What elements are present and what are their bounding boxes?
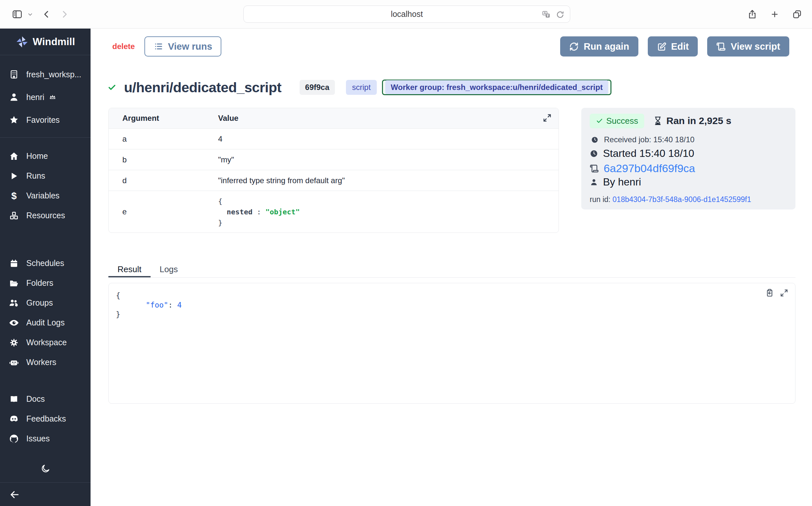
script-hash-badge[interactable]: 69f9ca [300, 80, 335, 95]
sidebar-item-workspace-switcher[interactable]: fresh_worksp... [0, 63, 91, 86]
brace-open: { [218, 197, 222, 205]
nav-label: Home [26, 151, 48, 161]
sidebar-item-schedules[interactable]: Schedules [0, 253, 91, 273]
success-check-icon [108, 83, 116, 92]
tab-logs[interactable]: Logs [150, 262, 187, 277]
edit-icon [657, 42, 666, 51]
object-key: nested [227, 208, 252, 216]
arg-value: "inferred type string from default arg" [218, 176, 345, 185]
result-panel: { "foo": 4 } [108, 283, 796, 404]
reload-icon[interactable] [555, 10, 565, 19]
folder-open-icon [9, 278, 19, 288]
object-value: "object" [266, 208, 300, 216]
new-tab-icon[interactable] [770, 9, 780, 19]
share-icon[interactable] [747, 9, 757, 19]
sidebar-toggle-icon[interactable] [12, 9, 23, 20]
nav-label: Runs [26, 171, 45, 181]
sidebar-item-home[interactable]: Home [0, 146, 91, 166]
object-colon: : [257, 208, 261, 216]
back-icon[interactable] [41, 9, 51, 19]
json-value: 4 [177, 301, 182, 309]
sidebar-item-runs[interactable]: Runs [0, 166, 91, 186]
sidebar-item-audit-logs[interactable]: Audit Logs [0, 313, 91, 333]
json-brace-close: } [116, 310, 120, 319]
view-runs-label: View runs [168, 41, 212, 52]
edit-button[interactable]: Edit [648, 36, 698, 57]
nav-label: Audit Logs [26, 318, 65, 327]
discord-icon [9, 414, 19, 424]
book-icon [9, 394, 19, 404]
sidebar-item-workers[interactable]: Workers [0, 352, 91, 372]
refresh-icon [569, 42, 579, 51]
calendar-icon [9, 258, 19, 268]
nav-label: Folders [26, 278, 53, 288]
sidebar-item-docs[interactable]: Docs [0, 389, 91, 409]
sidebar-item-groups[interactable]: Groups [0, 293, 91, 313]
arg-value: 4 [218, 135, 222, 144]
sidebar-item-variables[interactable]: $ Variables [0, 186, 91, 205]
favorites-label: Favorites [26, 115, 60, 125]
windmill-logo[interactable]: Windmill [0, 28, 91, 55]
chevron-down-icon[interactable] [27, 11, 33, 17]
job-hash-link[interactable]: 6a297b04df69f9ca [604, 162, 695, 175]
view-runs-button[interactable]: View runs [144, 36, 221, 57]
tab-result[interactable]: Result [108, 262, 150, 277]
table-row: a 4 [109, 129, 559, 149]
view-script-button[interactable]: View script [707, 36, 789, 57]
forward-icon [60, 9, 70, 19]
duration: Ran in 2,925 s [653, 115, 731, 126]
user-name: henri [26, 93, 44, 102]
worker-group-box: Worker group: fresh_workspace:u/henri/de… [382, 80, 611, 95]
json-brace-open: { [116, 291, 120, 300]
arg-name: b [109, 155, 218, 164]
sidebar-item-resources[interactable]: Resources [0, 205, 91, 226]
sidebar-item-feedbacks[interactable]: Feedbacks [0, 409, 91, 429]
sidebar-item-folders[interactable]: Folders [0, 273, 91, 293]
browser-toolbar: localhost [0, 0, 812, 28]
run-id-link[interactable]: 018b4304-7b3f-548a-9006-d1e1452599f1 [612, 195, 751, 203]
dark-mode-toggle[interactable] [40, 464, 50, 474]
json-key: "foo" [146, 301, 168, 309]
brace-close: } [218, 219, 222, 227]
result-tabs: Result Logs [108, 262, 796, 278]
script-kind-badge: script [346, 80, 377, 95]
run-again-button[interactable]: Run again [560, 36, 638, 57]
home-icon [9, 151, 19, 161]
copy-result-icon[interactable] [765, 288, 774, 298]
sidebar-item-favorites[interactable]: Favorites [0, 108, 91, 131]
github-icon [9, 434, 19, 444]
sidebar-item-issues[interactable]: Issues [0, 429, 91, 448]
expand-args-icon[interactable] [542, 113, 552, 123]
table-row: b "my" [109, 149, 559, 170]
nav-label: Workers [26, 357, 57, 367]
edit-label: Edit [671, 41, 689, 52]
worker-group-badge[interactable]: Worker group: fresh_workspace:u/henri/de… [385, 80, 608, 94]
nav-label: Docs [26, 394, 45, 404]
expand-result-icon[interactable] [780, 288, 789, 298]
main-content: delete View runs Run again Edit View scr… [91, 28, 812, 506]
result-json: { "foo": 4 } [109, 283, 795, 319]
scroll-icon [590, 164, 599, 173]
sidebar: Windmill fresh_worksp... henri Favorites [0, 28, 91, 506]
building-icon [9, 69, 19, 80]
arguments-table: Argument Value a 4 b "my" d "inferred ty… [108, 108, 559, 233]
sidebar-item-workspace-settings[interactable]: Workspace [0, 333, 91, 352]
clock-icon [591, 136, 598, 144]
address-bar[interactable]: localhost [243, 5, 570, 23]
delete-button[interactable]: delete [112, 42, 135, 51]
run-id-label: run id: [590, 195, 610, 203]
collapse-sidebar-icon[interactable] [9, 489, 20, 500]
received-job: Received job: 15:40 18/10 [604, 135, 695, 144]
triggered-by: By henri [603, 176, 641, 188]
started-at: Started 15:40 18/10 [603, 148, 694, 160]
person-icon [590, 178, 598, 186]
brand-name: Windmill [33, 36, 75, 48]
arg-value: "my" [218, 155, 234, 164]
translate-icon[interactable] [541, 10, 551, 19]
nav-label: Variables [26, 191, 60, 200]
hourglass-icon [653, 116, 663, 125]
check-icon [596, 117, 603, 124]
table-row: d "inferred type string from default arg… [109, 170, 559, 191]
sidebar-item-user[interactable]: henri [0, 86, 91, 108]
tab-overview-icon[interactable] [792, 9, 802, 19]
